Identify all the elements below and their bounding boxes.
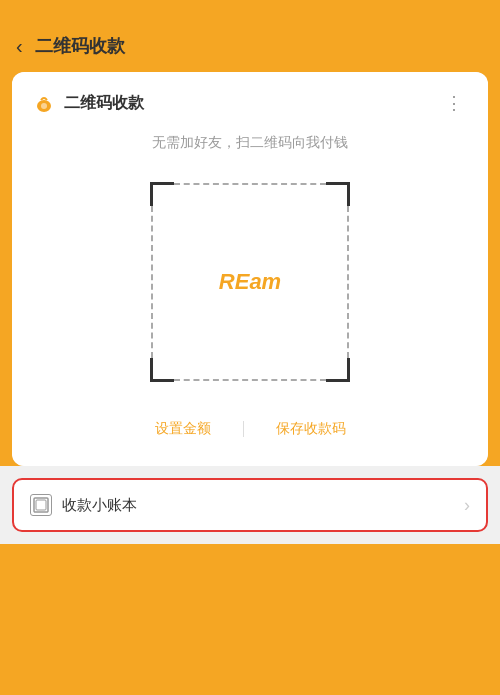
side-bottom [174,379,326,381]
side-left [151,206,153,358]
qr-inner-content: REam [219,269,281,295]
svg-rect-3 [36,500,46,510]
card-header: 二维码收款 ⋮ [32,88,468,118]
set-amount-button[interactable]: 设置金额 [123,416,243,442]
bottom-section: 收款小账本 › [0,466,500,544]
ledger-arrow-icon: › [464,495,470,516]
page-title: 二维码收款 [35,34,125,58]
corner-tl [150,182,174,206]
money-bag-icon [32,91,56,115]
ledger-icon [30,494,52,516]
back-icon: ‹ [16,36,23,56]
corner-bl [150,358,174,382]
page-header: ‹ 二维码收款 [0,24,500,72]
corner-tr [326,182,350,206]
svg-point-1 [41,103,47,109]
card-subtitle: 无需加好友，扫二维码向我付钱 [32,134,468,152]
ledger-label: 收款小账本 [62,496,137,515]
back-button[interactable]: ‹ [8,32,31,60]
save-qr-button[interactable]: 保存收款码 [244,416,378,442]
qr-logo-text: REam [219,269,281,295]
side-top [174,183,326,185]
action-row: 设置金额 保存收款码 [32,416,468,442]
more-options-button[interactable]: ⋮ [441,88,468,118]
qr-code-placeholder: REam [150,182,350,382]
card-title-row: 二维码收款 [32,91,144,115]
qr-card: 二维码收款 ⋮ 无需加好友，扫二维码向我付钱 [12,72,488,466]
status-bar [0,0,500,24]
qr-code-container: REam [140,172,360,392]
ledger-card[interactable]: 收款小账本 › [12,478,488,532]
ledger-left: 收款小账本 [30,494,137,516]
corner-br [326,358,350,382]
card-title: 二维码收款 [64,93,144,114]
side-right [347,206,349,358]
main-content: 二维码收款 ⋮ 无需加好友，扫二维码向我付钱 [12,72,488,466]
